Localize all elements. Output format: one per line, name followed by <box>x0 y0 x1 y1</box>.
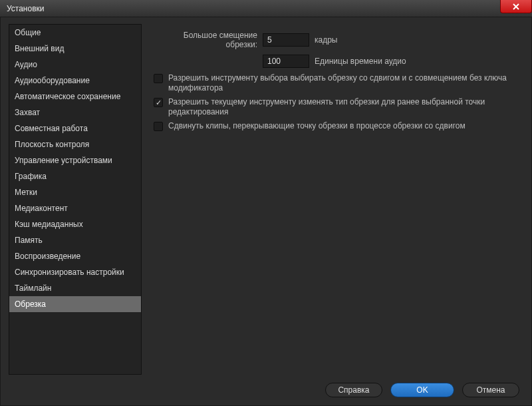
checkbox-label[interactable]: Разрешить текущему инструменту изменять … <box>168 97 518 117</box>
sidebar-item[interactable]: Синхронизировать настройки <box>9 264 141 280</box>
sidebar-item-label: Внешний вид <box>15 44 64 53</box>
sidebar-item-label: Аудио <box>15 60 37 69</box>
sidebar-item-label: Воспроизведение <box>15 252 80 261</box>
sidebar-item[interactable]: Общие <box>9 25 141 41</box>
label-large-offset: Большое смещение обрезки: <box>154 31 257 49</box>
sidebar-item-label: Захват <box>15 108 40 117</box>
window-title: Установки <box>0 4 44 13</box>
sidebar-item[interactable]: Плоскость контроля <box>9 136 141 152</box>
checkbox-row: Разрешить инструменту выбора выбирать об… <box>154 73 518 93</box>
sidebar-item[interactable]: Графика <box>9 168 141 184</box>
checkbox[interactable] <box>154 122 163 131</box>
sidebar-item[interactable]: Автоматическое сохранение <box>9 89 141 104</box>
titlebar: Установки <box>0 0 532 17</box>
sidebar-item-label: Совместная работа <box>15 124 88 133</box>
sidebar-item-label: Общие <box>15 28 41 37</box>
sidebar-item[interactable]: Метки <box>9 184 141 200</box>
checkbox-row: Разрешить текущему инструменту изменять … <box>154 97 518 117</box>
close-button[interactable] <box>500 0 532 13</box>
input-large-offset[interactable] <box>263 33 309 47</box>
unit-large-offset: кадры <box>315 35 338 45</box>
sidebar-item-label: Плоскость контроля <box>15 140 89 149</box>
checkbox-group: Разрешить инструменту выбора выбирать об… <box>154 73 518 131</box>
checkbox[interactable] <box>154 98 163 107</box>
content-area: ОбщиеВнешний видАудиоАудиооборудованиеАв… <box>9 24 523 375</box>
cancel-button[interactable]: Отмена <box>462 383 519 397</box>
input-audio-units[interactable] <box>263 55 309 68</box>
sidebar-item-label: Аудиооборудование <box>15 76 90 85</box>
sidebar-item-label: Таймлайн <box>15 284 51 293</box>
sidebar-item[interactable]: Управление устройствами <box>9 152 141 168</box>
help-button[interactable]: Справка <box>325 383 382 397</box>
sidebar-item[interactable]: Таймлайн <box>9 280 141 296</box>
sidebar-item-label: Кэш медиаданных <box>15 220 83 229</box>
sidebar-item[interactable]: Воспроизведение <box>9 248 141 264</box>
sidebar-item-label: Синхронизировать настройки <box>15 268 124 277</box>
sidebar-item[interactable]: Совместная работа <box>9 120 141 136</box>
sidebar-item-label: Память <box>15 236 43 245</box>
sidebar-item[interactable]: Память <box>9 232 141 248</box>
checkbox-label[interactable]: Сдвинуть клипы, перекрывающие точку обре… <box>168 121 466 131</box>
checkbox-row: Сдвинуть клипы, перекрывающие точку обре… <box>154 121 518 131</box>
sidebar-item-label: Управление устройствами <box>15 156 112 165</box>
sidebar-item-label: Автоматическое сохранение <box>15 92 120 101</box>
row-large-offset: Большое смещение обрезки: кадры <box>154 31 518 49</box>
sidebar: ОбщиеВнешний видАудиоАудиооборудованиеАв… <box>9 24 142 375</box>
checkbox-label[interactable]: Разрешить инструменту выбора выбирать об… <box>168 73 518 93</box>
ok-button[interactable]: OK <box>390 383 454 397</box>
row-audio-units: Единицы времени аудио <box>154 55 518 68</box>
close-icon <box>512 3 520 11</box>
sidebar-item[interactable]: Внешний вид <box>9 41 141 57</box>
unit-audio-units: Единицы времени аудио <box>315 57 406 66</box>
sidebar-item[interactable]: Кэш медиаданных <box>9 216 141 232</box>
sidebar-item[interactable]: Захват <box>9 104 141 120</box>
sidebar-item-label: Графика <box>15 172 47 181</box>
button-row: Справка OK Отмена <box>325 383 519 397</box>
sidebar-item-label: Медиаконтент <box>15 204 68 213</box>
sidebar-item[interactable]: Аудио <box>9 57 141 73</box>
sidebar-item[interactable]: Обрезка <box>9 296 141 312</box>
main-panel: Большое смещение обрезки: кадры Единицы … <box>142 24 523 375</box>
sidebar-item-label: Метки <box>15 188 37 197</box>
checkbox[interactable] <box>154 74 163 83</box>
sidebar-item[interactable]: Аудиооборудование <box>9 73 141 89</box>
sidebar-item[interactable]: Медиаконтент <box>9 200 141 216</box>
dialog-body: ОбщиеВнешний видАудиоАудиооборудованиеАв… <box>0 17 532 406</box>
sidebar-item-label: Обрезка <box>15 300 46 309</box>
